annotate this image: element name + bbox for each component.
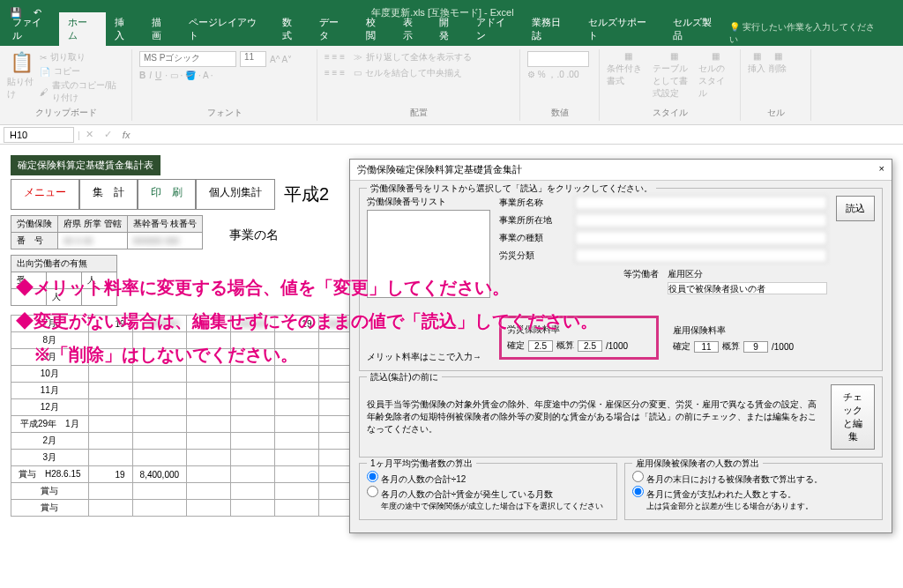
rousai-gaisan-input[interactable] [578,340,602,352]
font-name-combo[interactable]: MS Pゴシック [139,51,236,67]
tab-file[interactable]: ファイル [4,12,59,46]
ins-number-list[interactable] [367,210,490,298]
individual-button[interactable]: 個人別集計 [196,179,275,210]
koyo-kakutei-input[interactable] [694,341,719,353]
koyo-opt2-radio[interactable] [632,486,644,497]
dialog: 労働保険確定保険料算定基礎賃金集計 × 労働保険番号をリストから選択して「読込」… [349,159,892,533]
tab-cells-product[interactable]: セルズ製品 [664,12,729,46]
rousai-kakutei-input[interactable] [528,340,553,352]
sheet-title-bar: 確定保険料算定基礎賃金集計表 [11,155,160,175]
dispatch-table: 出向労働者の有無 受人 人 [11,255,117,306]
labor-ins-number-table: 労働保険府県 所掌 管轄基幹番号 枝番号 番 号00 0 00000000 00… [11,215,203,249]
format-painter-icon[interactable]: 🖌 [40,87,49,97]
print-button[interactable]: 印 刷 [138,179,196,210]
formula-bar: H10 | ✕ ✓ fx [0,125,903,145]
avg-opt1-radio[interactable] [367,471,378,482]
tab-data[interactable]: データ [310,12,357,46]
fx-icon[interactable]: fx [117,130,136,140]
sum-button[interactable]: 集 計 [79,179,138,210]
tab-insert[interactable]: 挿入 [106,12,143,46]
copy-icon[interactable]: 📄 [40,67,50,77]
cut-icon[interactable]: ✂ [40,53,47,63]
merit-note: メリット料率はここで入力→ [367,351,490,363]
tell-me[interactable]: 💡 実行したい作業を入力してください [729,21,899,46]
koyo-gaisan-input[interactable] [743,341,768,353]
page-title: 平成2 [275,179,338,210]
avg-opt2-radio[interactable] [367,486,378,497]
tab-layout[interactable]: ページレイアウト [180,12,274,46]
name-box[interactable]: H10 [4,127,74,143]
tab-formula[interactable]: 数式 [273,12,310,46]
business-name-label: 事業の名 [229,210,279,306]
close-icon[interactable]: × [879,163,884,176]
tab-dev[interactable]: 開発 [430,12,467,46]
check-edit-button[interactable]: チェックと編集 [831,384,875,450]
paste-button[interactable]: 貼り付け [7,76,36,100]
koyo-opt1-radio[interactable] [632,471,644,482]
tab-view[interactable]: 表示 [394,12,431,46]
rousai-rate-box: 労災保険料率 確定 概算 /1000 [499,316,659,360]
menu-button[interactable]: メニュー [11,179,79,210]
ribbon-tabs: ファイル ホーム 挿入 描画 ページレイアウト 数式 データ 校閲 表示 開発 … [0,25,903,46]
tab-review[interactable]: 校閲 [357,12,394,46]
tab-biz[interactable]: 業務日誌 [523,12,578,46]
cancel-icon[interactable]: ✕ [80,129,99,140]
month-table: 7月190000000000000190000000 8月 9月 10月 11月… [11,315,369,517]
tab-home[interactable]: ホーム [59,12,106,46]
enter-icon[interactable]: ✓ [99,129,117,140]
tab-addin[interactable]: アドイン [467,12,523,46]
dialog-title: 労働保険確定保険料算定基礎賃金集計 [357,163,522,176]
load-button[interactable]: 読込 [836,196,875,221]
tab-draw[interactable]: 描画 [143,12,180,46]
ribbon: 📋 貼り付け ✂切り取り 📄コピー 🖌書式のコピー/貼り付け クリップボード M… [0,46,903,125]
tab-cells-support[interactable]: セルズサポート [579,12,664,46]
font-size-combo[interactable]: 11 [240,51,266,67]
